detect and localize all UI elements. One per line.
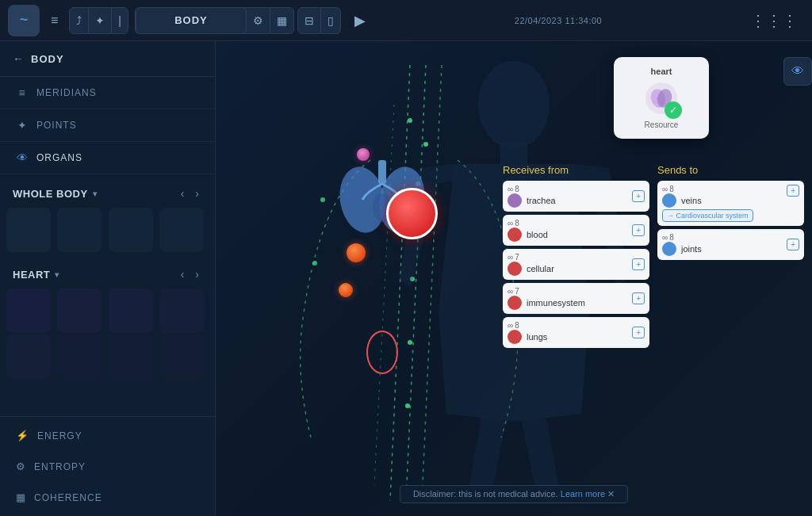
topbar: ~ ≡ ⤴ ✦ | BODY ⚙ ▦ ⊟ [0, 0, 812, 41]
rel-item-left: joints [662, 242, 702, 256]
organ-oval [366, 331, 398, 374]
thumbnail-cell[interactable] [57, 208, 102, 252]
rel-item-trachea[interactable]: ∞ 8 trachea + [503, 181, 649, 212]
trachea-plus-button[interactable]: + [632, 190, 645, 202]
thumbnail-cell[interactable] [6, 208, 51, 252]
thumbnail-cell[interactable] [6, 334, 51, 379]
heart-organ[interactable] [386, 188, 438, 239]
heart-resource-icon: ✓ [645, 82, 677, 114]
organ-dot-1[interactable] [347, 243, 366, 262]
rel-item-immunesystem[interactable]: ∞ 7 immunesystem + [503, 283, 649, 314]
info-card-sub-label: Resource [645, 120, 679, 129]
rel-item-content: ∞ 8 lungs [508, 321, 547, 344]
play-button[interactable]: ▶ [347, 8, 373, 33]
immune-plus-button[interactable]: + [632, 292, 645, 304]
joints-plus-button[interactable]: + [787, 239, 799, 250]
eye-corner-button[interactable]: 👁 [783, 57, 812, 86]
sends-to-header: Sends to [657, 164, 804, 176]
blood-icon [508, 227, 522, 242]
settings-icon-button[interactable]: ⚙ [247, 8, 270, 33]
joints-label: joints [681, 244, 702, 254]
relations-panel: Receives from ∞ 8 trachea [503, 164, 804, 351]
trachea-icon [508, 193, 522, 208]
eye-icon2: 👁 [791, 64, 804, 78]
immune-label: immunesystem [527, 298, 585, 308]
grid-icon-button[interactable]: ▦ [270, 8, 293, 33]
thumbnail-cell[interactable] [109, 289, 153, 333]
person-icon-button[interactable]: | [112, 8, 128, 33]
lungs-plus-button[interactable]: + [632, 327, 645, 338]
immune-icon [508, 296, 522, 310]
check-icon: ✓ [665, 101, 682, 119]
blood-plus-button[interactable]: + [632, 224, 645, 236]
veins-icon [662, 193, 676, 208]
heart-info-card: heart ✓ Resource [614, 57, 709, 139]
cellular-count: 7 [515, 253, 519, 262]
chevron-down-icon: ▾ [93, 189, 98, 198]
svg-rect-16 [500, 143, 527, 166]
battery-icon-button[interactable]: ▯ [321, 8, 340, 33]
rel-item-veins[interactable]: ∞ 8 veins + → Cardiovascular system [657, 181, 804, 226]
chart-icon-button[interactable]: ⤴ [70, 8, 89, 33]
veins-plus-button[interactable]: + [787, 185, 799, 197]
sun-icon: ✦ [95, 14, 105, 27]
rel-badge: ∞ 8 [508, 219, 519, 227]
rel-item-joints[interactable]: ∞ 8 joints + [657, 229, 804, 260]
back-arrow-icon: ← [13, 52, 25, 65]
rel-header-row: ∞ 8 [662, 233, 702, 242]
rel-badge: ∞ 8 [508, 185, 519, 193]
rel-header-row: ∞ 8 [508, 219, 548, 227]
sidebar-item-organs[interactable]: 👁 ORGANS [0, 142, 215, 174]
sidebar-item-points[interactable]: ✦ POINTS [0, 109, 215, 142]
play-icon: ▶ [354, 12, 366, 29]
chevron-down-icon2: ▾ [55, 270, 59, 279]
rel-item-cellular[interactable]: ∞ 7 cellular + [503, 249, 649, 280]
rel-item-blood[interactable]: ∞ 8 blood + [503, 215, 649, 246]
heart-next-button[interactable]: › [192, 266, 202, 282]
next-button[interactable]: › [192, 185, 202, 201]
logo-button[interactable]: ~ [8, 5, 40, 36]
relations-columns: Receives from ∞ 8 trachea [503, 164, 804, 351]
rel-item-left: immunesystem [508, 296, 585, 310]
thumbnail-cell[interactable] [159, 208, 204, 252]
disclaimer-bar: Disclaimer: this is not medical advice. … [400, 485, 628, 503]
energy-icon: ⚡ [16, 430, 29, 441]
settings-icon: ⚙ [253, 14, 263, 27]
heart-section: HEART ▾ ‹ › [0, 255, 215, 285]
sidebar-item-entropy[interactable]: ⚙ ENTROPY [0, 451, 215, 482]
rel-item-lungs[interactable]: ∞ 8 lungs + [503, 317, 649, 348]
menu-icon-button[interactable]: ≡ [46, 10, 63, 31]
organ-dot-neck[interactable] [357, 148, 370, 161]
learn-more-link[interactable]: Learn more [561, 489, 605, 499]
thumbnail-cell[interactable] [57, 289, 102, 333]
rel-header-row: ∞ 7 [508, 253, 554, 262]
cellular-plus-button[interactable]: + [632, 258, 645, 270]
filter-icon-button[interactable]: ⊟ [298, 8, 321, 33]
thumbnail-cell[interactable] [6, 289, 51, 333]
sidebar-back-label: BODY [31, 53, 64, 65]
rel-item-left: trachea [508, 193, 556, 208]
heart-prev-button[interactable]: ‹ [178, 266, 188, 282]
veins-label: veins [681, 196, 702, 205]
thumbnail-cell[interactable] [57, 334, 102, 379]
cellular-icon [508, 262, 522, 276]
cardiovascular-tag[interactable]: → Cardiovascular system [662, 209, 753, 222]
thumbnail-cell[interactable] [159, 334, 204, 379]
thumbnail-cell[interactable] [109, 208, 153, 252]
overflow-menu-button[interactable]: ⋮⋮⋮ [744, 11, 804, 30]
sidebar-item-energy[interactable]: ⚡ ENERGY [0, 420, 215, 451]
whole-body-section: WHOLE BODY ▾ ‹ › [0, 174, 215, 204]
thumbnail-cell[interactable] [159, 289, 204, 333]
prev-button[interactable]: ‹ [178, 185, 188, 201]
info-card-icon-area: ✓ [645, 82, 677, 114]
sun-icon-button[interactable]: ✦ [89, 8, 112, 33]
thumbnail-cell[interactable] [109, 334, 153, 379]
coherence-label: COHERENCE [34, 492, 102, 503]
overflow-icon: ⋮⋮⋮ [750, 12, 798, 29]
sidebar-back-button[interactable]: ← BODY [0, 41, 215, 77]
sidebar-item-coherence[interactable]: ▦ COHERENCE [0, 482, 215, 513]
points-icon: ✦ [16, 119, 29, 132]
trachea-count: 8 [515, 185, 519, 193]
sidebar-item-meridians[interactable]: ≡ MERIDIANS [0, 77, 215, 109]
organ-dot-2[interactable] [339, 283, 353, 297]
